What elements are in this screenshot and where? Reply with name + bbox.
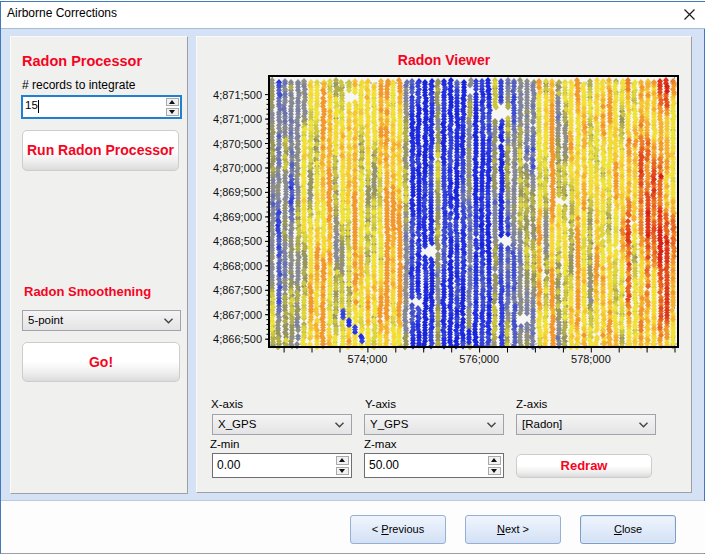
svg-text:4;871;500: 4;871;500: [213, 89, 262, 101]
svg-text:4;870;500: 4;870;500: [213, 138, 262, 150]
svg-text:4;867;000: 4;867;000: [213, 309, 262, 321]
svg-text:574;000: 574;000: [348, 353, 388, 365]
svg-text:4;870;000: 4;870;000: [213, 162, 262, 174]
svg-text:576;000: 576;000: [459, 353, 499, 365]
svg-text:4;869;000: 4;869;000: [213, 211, 262, 223]
svg-text:4;871;000: 4;871;000: [213, 113, 262, 125]
svg-text:578;000: 578;000: [571, 353, 611, 365]
svg-text:4;868;000: 4;868;000: [213, 260, 262, 272]
svg-text:4;866;500: 4;866;500: [213, 333, 262, 345]
svg-text:4;869;500: 4;869;500: [213, 186, 262, 198]
svg-text:4;867;500: 4;867;500: [213, 284, 262, 296]
svg-text:4;868;500: 4;868;500: [213, 235, 262, 247]
